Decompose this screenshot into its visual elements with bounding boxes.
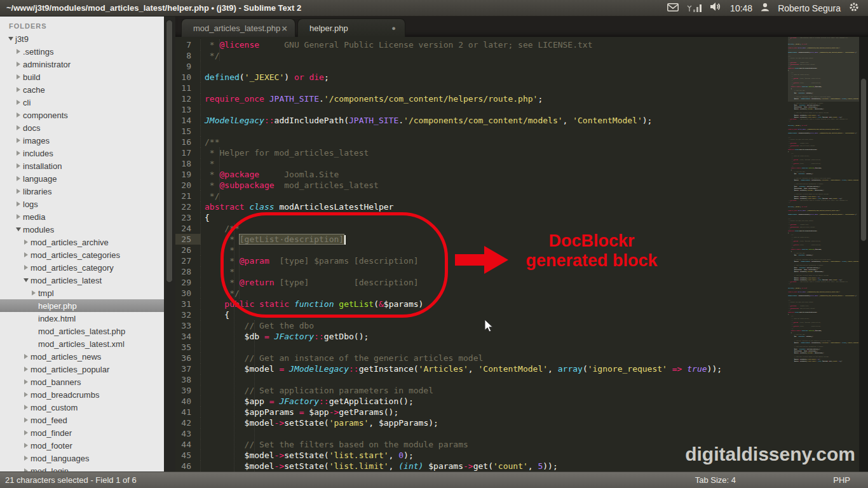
sidebar-item-logs[interactable]: logs bbox=[0, 198, 164, 210]
chevron-right-icon[interactable] bbox=[22, 367, 31, 372]
chevron-down-icon[interactable] bbox=[6, 37, 15, 41]
chevron-right-icon[interactable] bbox=[22, 417, 31, 423]
sidebar-item-mod-articles-category[interactable]: mod_articles_category bbox=[0, 261, 164, 274]
line-number[interactable]: 31 bbox=[175, 299, 201, 309]
line-number[interactable]: 7 bbox=[175, 39, 201, 50]
mail-icon[interactable] bbox=[667, 3, 679, 14]
sidebar-item-mod-articles-news[interactable]: mod_articles_news bbox=[0, 350, 164, 363]
code-line-11[interactable]: 11 bbox=[175, 83, 868, 93]
code-line-34[interactable]: 34 $db = JFactory::getDbo(); bbox=[175, 331, 868, 342]
sidebar-item-mod-custom[interactable]: mod_custom bbox=[0, 401, 164, 414]
sidebar-item-images[interactable]: images bbox=[0, 134, 164, 147]
code-line-14[interactable]: 14JModelLegacy::addIncludePath(JPATH_SIT… bbox=[175, 115, 868, 126]
chevron-right-icon[interactable] bbox=[22, 392, 31, 397]
chevron-right-icon[interactable] bbox=[14, 176, 23, 181]
line-number[interactable]: 37 bbox=[175, 363, 201, 374]
sidebar-item-mod-articles-archive[interactable]: mod_articles_archive bbox=[0, 236, 164, 248]
sidebar-item-libraries[interactable]: libraries bbox=[0, 185, 164, 198]
sidebar-item-mod-login[interactable]: mod_login bbox=[0, 464, 164, 471]
sidebar-item-administrator[interactable]: administrator bbox=[0, 58, 164, 71]
chevron-right-icon[interactable] bbox=[14, 74, 23, 79]
sidebar-item-docs[interactable]: docs bbox=[0, 121, 164, 134]
sidebar-item-mod-articles-latest[interactable]: mod_articles_latest bbox=[0, 274, 164, 287]
code-line-21[interactable]: 21 */ bbox=[175, 191, 868, 201]
sidebar-item-build[interactable]: build bbox=[0, 71, 164, 83]
sidebar-item-components[interactable]: components bbox=[0, 109, 164, 121]
line-number[interactable]: 16 bbox=[175, 137, 201, 147]
line-number[interactable]: 32 bbox=[175, 309, 201, 320]
sidebar-item-index-html[interactable]: index.html bbox=[0, 312, 164, 325]
sidebar-item-mod-articles-latest-php[interactable]: mod_articles_latest.php bbox=[0, 325, 164, 337]
network-signal-icon[interactable] bbox=[687, 4, 702, 12]
sidebar-item-cli[interactable]: cli bbox=[0, 96, 164, 109]
code-line-7[interactable]: 7 * @license GNU General Public License … bbox=[175, 39, 868, 50]
editor-scrollbar[interactable] bbox=[859, 37, 868, 471]
code-line-17[interactable]: 17 * Helper for mod_articles_latest bbox=[175, 147, 868, 158]
sidebar-item-language[interactable]: language bbox=[0, 172, 164, 185]
editor-scrollbar-thumb[interactable] bbox=[860, 78, 867, 241]
sidebar-item-installation[interactable]: installation bbox=[0, 159, 164, 172]
sidebar-item-tmpl[interactable]: tmpl bbox=[0, 287, 164, 299]
line-number[interactable]: 10 bbox=[175, 72, 201, 83]
chevron-right-icon[interactable] bbox=[22, 379, 31, 384]
volume-icon[interactable] bbox=[710, 2, 722, 14]
code-line-40[interactable]: 40 $app = JFactory::getApplication(); bbox=[175, 396, 868, 407]
line-number[interactable]: 17 bbox=[175, 147, 201, 158]
code-line-37[interactable]: 37 $model = JModelLegacy::getInstance('A… bbox=[175, 363, 868, 374]
chevron-right-icon[interactable] bbox=[22, 252, 31, 257]
sidebar-item-mod-languages[interactable]: mod_languages bbox=[0, 452, 164, 464]
chevron-right-icon[interactable] bbox=[22, 443, 31, 448]
sidebar-item-cache[interactable]: cache bbox=[0, 83, 164, 96]
line-number[interactable]: 33 bbox=[175, 320, 201, 331]
line-number[interactable]: 28 bbox=[175, 266, 201, 277]
chevron-right-icon[interactable] bbox=[14, 62, 23, 67]
chevron-right-icon[interactable] bbox=[14, 189, 23, 194]
line-number[interactable]: 36 bbox=[175, 353, 201, 363]
syntax-mode[interactable]: PHP bbox=[833, 475, 850, 485]
user-menu[interactable]: Roberto Segura bbox=[778, 3, 841, 13]
sidebar-item-mod-articles-categories[interactable]: mod_articles_categories bbox=[0, 248, 164, 261]
line-number[interactable]: 26 bbox=[175, 245, 201, 255]
line-number[interactable]: 42 bbox=[175, 417, 201, 428]
line-number[interactable]: 44 bbox=[175, 439, 201, 450]
code-line-22[interactable]: 22abstract class modArticlesLatestHelper bbox=[175, 201, 868, 212]
line-number[interactable]: 21 bbox=[175, 191, 201, 201]
line-number[interactable]: 23 bbox=[175, 212, 201, 223]
code-line-19[interactable]: 19 * @package Joomla.Site bbox=[175, 169, 868, 180]
code-line-15[interactable]: 15 bbox=[175, 126, 868, 137]
chevron-right-icon[interactable] bbox=[14, 163, 23, 168]
code-line-18[interactable]: 18 * bbox=[175, 158, 868, 169]
tab-helper-php[interactable]: helper.php● bbox=[297, 18, 405, 37]
tab-size-setting[interactable]: Tab Size: 4 bbox=[695, 475, 736, 485]
sidebar-scrollbar[interactable] bbox=[164, 17, 175, 471]
sidebar-item--settings[interactable]: .settings bbox=[0, 45, 164, 58]
chevron-right-icon[interactable] bbox=[14, 125, 23, 130]
chevron-right-icon[interactable] bbox=[22, 354, 31, 359]
line-number[interactable]: 30 bbox=[175, 288, 201, 299]
line-number[interactable]: 12 bbox=[175, 93, 201, 104]
code-line-41[interactable]: 41 $appParams = $app->getParams(); bbox=[175, 407, 868, 417]
sidebar-item-includes[interactable]: includes bbox=[0, 147, 164, 159]
chevron-right-icon[interactable] bbox=[14, 214, 23, 219]
chevron-right-icon[interactable] bbox=[22, 265, 31, 270]
sidebar-item-mod-footer[interactable]: mod_footer bbox=[0, 439, 164, 452]
chevron-right-icon[interactable] bbox=[22, 456, 31, 461]
line-number[interactable]: 43 bbox=[175, 428, 201, 439]
line-number[interactable]: 8 bbox=[175, 50, 201, 61]
chevron-right-icon[interactable] bbox=[14, 201, 23, 207]
line-number[interactable]: 20 bbox=[175, 180, 201, 191]
minimap-viewport[interactable] bbox=[788, 37, 859, 102]
line-number[interactable]: 15 bbox=[175, 126, 201, 137]
line-number[interactable]: 11 bbox=[175, 83, 201, 93]
line-number[interactable]: 39 bbox=[175, 385, 201, 396]
code-line-43[interactable]: 43 bbox=[175, 428, 868, 439]
line-number[interactable]: 46 bbox=[175, 461, 201, 471]
code-line-42[interactable]: 42 $model->setState('params', $appParams… bbox=[175, 417, 868, 428]
chevron-right-icon[interactable] bbox=[22, 405, 31, 410]
code-line-10[interactable]: 10defined('_JEXEC') or die; bbox=[175, 72, 868, 83]
line-number[interactable]: 9 bbox=[175, 61, 201, 72]
line-number[interactable]: 19 bbox=[175, 169, 201, 180]
line-number[interactable]: 35 bbox=[175, 342, 201, 353]
chevron-right-icon[interactable] bbox=[29, 290, 38, 295]
chevron-right-icon[interactable] bbox=[14, 87, 23, 92]
